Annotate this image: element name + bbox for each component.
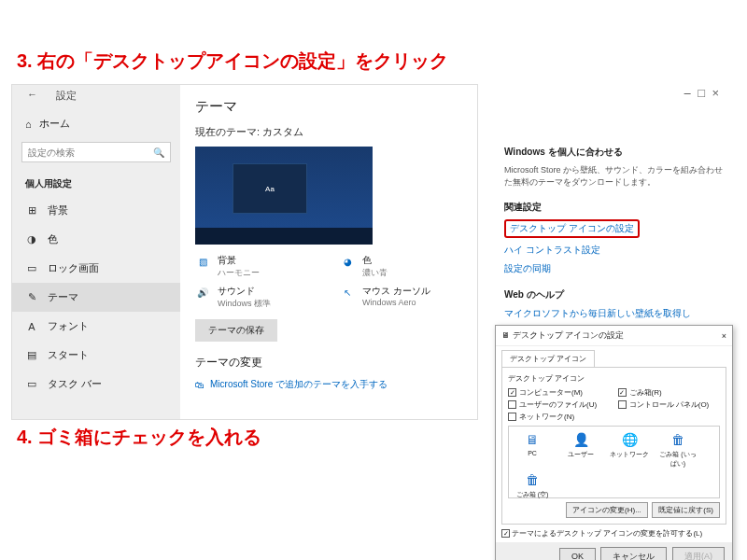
group-label: デスクトップ アイコン — [508, 373, 720, 384]
window-controls: ‒ □ × — [684, 86, 719, 100]
right-panel: Windows を個人に合わせる Microsoft Store から壁紙、サウ… — [504, 140, 728, 326]
option-sub: 濃い青 — [362, 267, 388, 279]
sidebar-item-6[interactable]: ▭タスク バー — [12, 370, 180, 399]
sidebar: ⌂ ホーム 🔍 個人用設定 ⊞背景◑色▭ロック画面✎テーマAフォント▤スタート▭… — [12, 85, 180, 419]
checkbox-ネットワーク(N)[interactable]: ネットワーク(N) — [508, 412, 611, 422]
theme-option[interactable]: ↖マウス カーソルWindows Aero — [340, 285, 462, 310]
back-button[interactable]: ← — [27, 89, 37, 103]
option-title: 背景 — [218, 254, 260, 267]
allow-theme-checkbox[interactable]: ✓ テーマによるデスクトップ アイコンの変更を許可する(L) — [501, 528, 726, 539]
checkbox-ごみ箱(R)[interactable]: ✓ごみ箱(R) — [618, 387, 721, 398]
checkbox-label: コンピューター(M) — [519, 387, 583, 398]
home-icon: ⌂ — [25, 119, 32, 130]
dialog-tab[interactable]: デスクトップ アイコン — [501, 350, 595, 367]
nav-label: テーマ — [48, 290, 78, 304]
high-contrast-link[interactable]: ハイ コントラスト設定 — [504, 244, 728, 257]
search-box[interactable]: 🔍 — [21, 142, 171, 162]
desktop-icons-dialog: 🖥 デスクトップ アイコンの設定 × デスクトップ アイコン デスクトップ アイ… — [495, 325, 733, 560]
sidebar-item-1[interactable]: ◑色 — [12, 225, 180, 254]
sidebar-item-4[interactable]: Aフォント — [12, 312, 180, 341]
section-header: 個人用設定 — [12, 168, 180, 196]
help-header: Web のヘルプ — [504, 288, 728, 301]
option-title: 色 — [362, 254, 388, 267]
store-link-label: Microsoft Store で追加のテーマを入手する — [210, 378, 388, 391]
option-icon: ↖ — [340, 285, 355, 300]
page-title: テーマ — [195, 98, 462, 116]
theme-option[interactable]: 🔊サウンドWindows 標準 — [195, 285, 317, 310]
dialog-title: 🖥 デスクトップ アイコンの設定 — [501, 329, 624, 342]
help-link[interactable]: マイクロソフトから毎日新しい壁紙を取得し — [504, 307, 728, 320]
nav-label: スタート — [48, 348, 89, 362]
nav-icon: ⊞ — [25, 204, 38, 217]
checkbox-コンピューター(M)[interactable]: ✓コンピューター(M) — [508, 387, 611, 398]
nav-label: フォント — [48, 319, 89, 333]
icon-label: PC — [513, 450, 552, 456]
nav-label: 色 — [48, 232, 58, 246]
checkbox-label: コントロール パネル(O) — [629, 399, 710, 410]
icon-preview-box: 🖥PC👤ユーザー🌐ネットワーク🗑ごみ箱 (いっぱい)🗑ごみ箱 (空) — [508, 426, 720, 498]
search-icon: 🔍 — [153, 147, 164, 158]
checkbox-label: ユーザーのファイル(U) — [519, 399, 597, 410]
sidebar-item-5[interactable]: ▤スタート — [12, 341, 180, 370]
instruction-step-3: 3. 右の「デスクトップアイコンの設定」をクリック — [17, 49, 448, 74]
nav-label: 背景 — [48, 203, 68, 217]
search-input[interactable] — [28, 147, 140, 158]
nav-icon: A — [25, 321, 38, 332]
desktop-icons-link[interactable]: デスクトップ アイコンの設定 — [504, 219, 640, 238]
icon-glyph: 🗑 — [667, 430, 689, 449]
desktop-icon[interactable]: 🗑ごみ箱 (いっぱい) — [658, 430, 698, 469]
theme-option[interactable]: ◕色濃い青 — [340, 254, 462, 279]
desktop-icon[interactable]: 🗑ごみ箱 (空) — [513, 470, 552, 499]
icon-label: ごみ箱 (空) — [513, 490, 552, 499]
personalize-header: Windows を個人に合わせる — [504, 146, 728, 159]
related-header: 関連設定 — [504, 201, 728, 214]
home-label: ホーム — [39, 117, 70, 131]
option-sub: ハーモニー — [218, 267, 260, 279]
checkbox-icon — [508, 400, 516, 409]
preview-window: Aa — [233, 163, 307, 214]
option-icon: 🔊 — [195, 285, 210, 300]
store-link[interactable]: 🛍 Microsoft Store で追加のテーマを入手する — [195, 378, 462, 391]
nav-icon: ◑ — [25, 233, 38, 245]
main-panel: テーマ 現在のテーマ: カスタム Aa ▧背景ハーモニー◕色濃い青🔊サウンドWi… — [180, 85, 477, 419]
sidebar-item-3[interactable]: ✎テーマ — [12, 283, 180, 312]
checkbox-label: ネットワーク(N) — [519, 412, 574, 422]
home-button[interactable]: ⌂ ホーム — [12, 111, 180, 136]
desktop-icon[interactable]: 👤ユーザー — [561, 430, 600, 469]
desktop-icon[interactable]: 🌐ネットワーク — [610, 430, 649, 469]
cancel-button[interactable]: キャンセル — [600, 547, 667, 560]
sidebar-item-2[interactable]: ▭ロック画面 — [12, 254, 180, 283]
allow-theme-label: テーマによるデスクトップ アイコンの変更を許可する(L) — [512, 529, 702, 538]
close-button[interactable]: × — [722, 331, 726, 341]
option-icon: ◕ — [340, 254, 355, 269]
option-title: サウンド — [218, 285, 271, 298]
icon-label: ユーザー — [561, 450, 600, 459]
nav-label: ロック画面 — [48, 261, 99, 275]
change-icon-button[interactable]: アイコンの変更(H)... — [566, 502, 648, 518]
nav-icon: ▭ — [25, 378, 38, 390]
titlebar: ← 設定 — [27, 89, 77, 103]
save-theme-button[interactable]: テーマの保存 — [195, 319, 277, 342]
option-sub: Windows 標準 — [218, 298, 271, 310]
personalize-text: Microsoft Store から壁紙、サウンド、カラーを組み合わせた無料のテ… — [504, 164, 728, 188]
apply-button[interactable]: 適用(A) — [672, 547, 725, 560]
icon-glyph: 👤 — [570, 430, 592, 449]
checkbox-icon — [508, 413, 516, 421]
sidebar-item-0[interactable]: ⊞背景 — [12, 196, 180, 225]
change-theme-header: テーマの変更 — [195, 355, 462, 371]
checkbox-icon — [618, 400, 627, 409]
sync-settings-link[interactable]: 設定の同期 — [504, 262, 728, 275]
checkbox-icon: ✓ — [618, 388, 627, 397]
theme-option[interactable]: ▧背景ハーモニー — [195, 254, 317, 279]
theme-preview[interactable]: Aa — [195, 147, 373, 245]
instruction-step-4: 4. ゴミ箱にチェックを入れる — [17, 425, 261, 450]
preview-taskbar — [195, 228, 373, 245]
restore-default-button[interactable]: 既定値に戻す(S) — [652, 502, 720, 518]
icon-glyph: 🗑 — [521, 470, 543, 489]
store-icon: 🛍 — [195, 380, 204, 390]
checkbox-コントロール パネル(O)[interactable]: コントロール パネル(O) — [618, 399, 721, 410]
checkbox-icon: ✓ — [508, 388, 516, 397]
desktop-icon[interactable]: 🖥PC — [513, 430, 552, 469]
ok-button[interactable]: OK — [559, 548, 596, 560]
checkbox-ユーザーのファイル(U)[interactable]: ユーザーのファイル(U) — [508, 399, 611, 410]
